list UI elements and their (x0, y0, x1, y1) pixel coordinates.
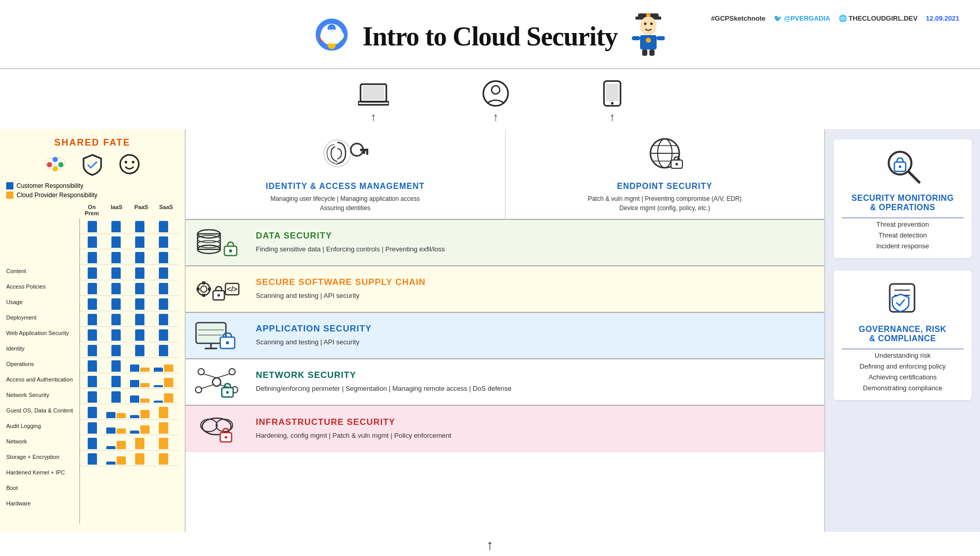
identity-access-section: IDENTITY & ACCESS MANAGEMENT Managing us… (186, 129, 505, 219)
label-access-policies: Access Policies (6, 279, 78, 294)
legend-customer: Customer Responsibility (6, 182, 178, 189)
chart-legend: Customer Responsibility Cloud Provider R… (6, 182, 178, 199)
svg-point-87 (201, 419, 217, 432)
scroll-shield-icon (842, 279, 963, 321)
svg-rect-19 (649, 50, 655, 56)
middle-panel: IDENTITY & ACCESS MANAGEMENT Managing us… (186, 129, 825, 532)
list-item: Incident response (842, 242, 963, 250)
main-content: SHARED FATE (0, 129, 980, 532)
monitoring-title: SECURITY MONITORING & OPERATIONS (842, 194, 963, 212)
svg-line-80 (203, 374, 217, 378)
chart-row-labels: Content Access Policies Usage Deployment… (6, 204, 78, 523)
table-row (80, 234, 178, 249)
network-security-title: NETWORK SECURITY (256, 370, 816, 380)
table-row (80, 249, 178, 265)
svg-rect-60 (202, 294, 205, 297)
label-guest-os: Guest OS, Data & Content (6, 403, 78, 418)
svg-point-54 (198, 241, 220, 248)
svg-point-72 (226, 341, 229, 344)
infra-security-title: INFRASTRUCTURE SECURITY (256, 417, 816, 427)
phone-device: ↑ (602, 80, 622, 124)
monitoring-divider (842, 217, 963, 218)
network-security-icon (186, 359, 248, 405)
table-row (80, 280, 178, 296)
label-network-security: Network Security (6, 387, 78, 403)
data-security-icon (186, 220, 248, 265)
label-hardened-kernel: Hardened Kernel + IPC (6, 465, 78, 480)
label-boot: Boot (6, 480, 78, 496)
shared-fate-panel: SHARED FATE (0, 129, 186, 532)
svg-point-37 (132, 161, 135, 164)
label-operations: Operations (6, 356, 78, 372)
svg-rect-16 (632, 36, 640, 40)
chart-bars: OnPrem IaaS PaaS SaaS (79, 204, 178, 523)
svg-point-49 (675, 163, 678, 166)
key-fingerprint-icon (194, 135, 497, 178)
svg-rect-21 (363, 86, 384, 100)
mascot-icon (628, 9, 669, 63)
svg-rect-42 (363, 151, 365, 154)
svg-point-88 (216, 419, 233, 432)
svg-line-92 (909, 172, 919, 182)
svg-point-94 (899, 166, 902, 168)
website: 🌐 THECLOUDGIRL.DEV (839, 14, 918, 22)
twitter-handle: 🐦 @PVERGADIA (774, 14, 830, 22)
label-web-app-security: Web Application Security (6, 325, 78, 341)
svg-point-11 (640, 17, 657, 35)
svg-rect-61 (197, 288, 200, 291)
label-content: Content (6, 263, 78, 279)
shared-fate-icons (6, 153, 178, 176)
governance-section: GOVERNANCE, RISK & COMPLIANCE Understand… (834, 271, 972, 400)
data-security-title: DATA SECURITY (256, 231, 816, 241)
bottom-area: ↑ (0, 532, 980, 556)
svg-point-56 (229, 249, 232, 252)
date: 12.09.2021 (926, 14, 959, 22)
svg-rect-62 (208, 288, 211, 291)
svg-point-15 (646, 38, 651, 43)
label-usage: Usage (6, 294, 78, 310)
infra-security-icon (186, 406, 248, 452)
table-row (80, 435, 178, 451)
svg-point-24 (492, 86, 500, 94)
svg-point-34 (53, 157, 58, 162)
label-access-auth: Access and Authentication (6, 372, 78, 387)
label-deployment: Deployment (6, 310, 78, 325)
col-saas: SaaS (155, 204, 177, 216)
page-header: Intro to Cloud Security (0, 0, 980, 69)
monitoring-items: Threat prevention Threat detection Incid… (842, 220, 963, 250)
svg-point-10 (646, 13, 650, 17)
list-item: Threat detection (842, 231, 963, 239)
table-row (80, 373, 178, 389)
building-icon (469, 553, 511, 556)
supply-chain-icon: </> (186, 266, 248, 312)
svg-point-75 (213, 378, 221, 386)
table-row (80, 296, 178, 311)
chart-data-rows (79, 218, 178, 523)
list-item: Defining and enforcing policy (842, 362, 963, 370)
infra-security-section: INFRASTRUCTURE SECURITY Hardening, confi… (186, 406, 824, 452)
svg-rect-18 (642, 50, 647, 56)
table-row (80, 404, 178, 420)
list-item: Achieving certifications (842, 373, 963, 381)
laptop-device: ↑ (358, 82, 389, 124)
list-item: Understanding risk (842, 352, 963, 359)
endpoint-title: ENDPOINT SECURITY (514, 182, 816, 191)
svg-point-6 (320, 30, 333, 41)
globe-lock-icon (514, 135, 816, 178)
infra-security-desc: Hardening, config mgmt | Patch & vuln mg… (256, 431, 816, 441)
col-iaas: IaaS (105, 204, 128, 216)
svg-point-58 (201, 286, 207, 292)
label-audit-logging: Audit Logging (6, 418, 78, 434)
app-security-icon (186, 313, 248, 358)
svg-point-31 (47, 162, 52, 167)
list-item: Demonstrating compliance (842, 384, 963, 392)
supply-chain-section: </> SECURE SOFTWARE SUPPLY CHAIN Scannin… (186, 266, 824, 313)
phone-arrow: ↑ (610, 110, 615, 124)
top-two-sections: IDENTITY & ACCESS MANAGEMENT Managing us… (186, 129, 824, 220)
svg-point-7 (332, 30, 344, 41)
svg-point-12 (644, 23, 647, 25)
search-lock-icon (842, 148, 963, 189)
page-title: Intro to Cloud Security (363, 21, 618, 52)
col-paas: PaaS (130, 204, 153, 216)
svg-point-85 (226, 391, 229, 394)
